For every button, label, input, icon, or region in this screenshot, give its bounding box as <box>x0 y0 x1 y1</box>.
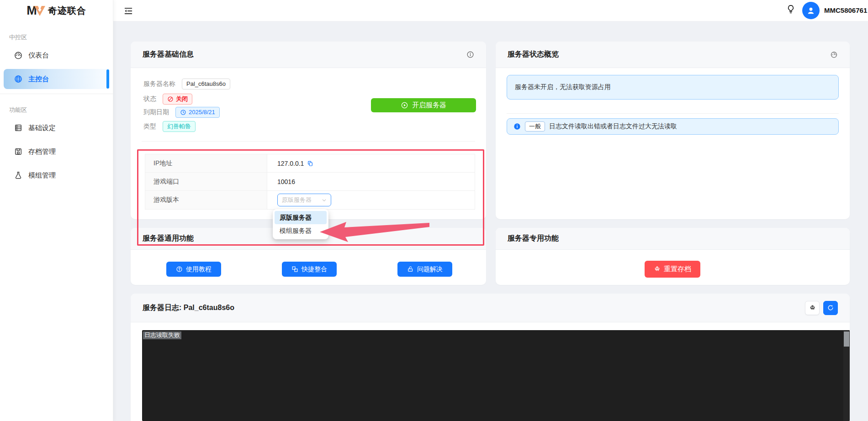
field-label: 状态 <box>143 95 156 103</box>
info-filled-icon <box>513 123 521 130</box>
logo-text: 奇迹联合 <box>48 5 86 17</box>
field-label: 到期日期 <box>143 108 169 116</box>
status-overview-card: 服务器状态概览 服务器未开启，无法获取资源占用 一般 日志文件读取出错或者日志文… <box>496 42 850 219</box>
server-log-card: 服务器日志: Pal_c6tau8s6o 日志读取失败 <box>131 294 850 421</box>
server-rack-icon <box>14 123 23 132</box>
topbar: MMC5806761 <box>113 0 868 21</box>
chevron-down-icon <box>322 198 327 203</box>
username-text: MMC5806761 <box>824 6 867 14</box>
logo-v-icon <box>34 5 46 16</box>
globe-icon <box>14 74 23 84</box>
status-row: 状态 关闭 <box>143 93 192 105</box>
sidebar-item-label: 基础设定 <box>28 124 56 132</box>
quick-integration-button[interactable]: 快捷整合 <box>282 262 337 277</box>
clock-icon <box>180 109 186 116</box>
lightbulb-icon[interactable] <box>786 4 796 14</box>
copy-icon[interactable] <box>307 160 313 167</box>
row-label: 游戏端口 <box>145 173 267 190</box>
sidebar-item-label: 主控台 <box>28 75 49 84</box>
type-row: 类型 幻兽帕鲁 <box>143 121 196 132</box>
sidebar-item-basic-settings[interactable]: 基础设定 <box>4 118 109 138</box>
table-row-ip: IP地址 127.0.0.1 <box>145 154 475 173</box>
scrollbar-thumb[interactable] <box>844 332 849 347</box>
user-avatar[interactable] <box>802 2 820 19</box>
sidebar-section-label-control: 中控区 <box>9 33 113 42</box>
dropdown-option-mod[interactable]: 模组服务器 <box>275 224 327 237</box>
divider <box>507 113 839 114</box>
server-log-card-header: 服务器日志: Pal_c6tau8s6o <box>131 294 850 322</box>
card-title: 服务器状态概览 <box>508 50 559 59</box>
server-name-tag: Pal_c6tau8s6o <box>182 79 230 89</box>
play-circle-icon <box>401 101 408 109</box>
app-logo[interactable]: M 奇迹联合 <box>0 0 113 21</box>
card-title: 服务器日志: Pal_c6tau8s6o <box>143 303 234 313</box>
refresh-icon <box>827 304 834 311</box>
row-value: 10016 <box>267 173 475 190</box>
network-info-table: IP地址 127.0.0.1 游戏端口 10016 游戏版本 原 <box>145 154 475 210</box>
floppy-save-icon <box>14 147 23 156</box>
sidebar-item-dashboard[interactable]: 仪表台 <box>4 45 109 65</box>
gauge-icon[interactable] <box>830 51 838 58</box>
table-row-version: 游戏版本 原版服务器 <box>145 191 475 209</box>
log-alert: 一般 日志文件读取出错或者日志文件过大无法读取 <box>507 118 839 135</box>
unlock-icon <box>407 266 414 273</box>
broom-clear-icon <box>809 305 816 311</box>
status-overview-card-header: 服务器状态概览 <box>496 42 850 68</box>
divider <box>142 141 475 142</box>
table-row-port: 游戏端口 10016 <box>145 173 475 191</box>
merge-cells-icon <box>291 266 298 273</box>
broom-clear-icon <box>654 266 661 273</box>
resource-alert-text: 服务器未开启，无法获取资源占用 <box>515 83 611 91</box>
sidebar-item-label: 存档管理 <box>28 147 56 156</box>
log-terminal[interactable]: 日志读取失败 <box>142 330 850 421</box>
sidebar-item-label: 模组管理 <box>28 171 56 180</box>
status-badge: 关闭 <box>163 94 192 105</box>
type-badge: 幻兽帕鲁 <box>163 121 196 132</box>
row-label: 游戏版本 <box>145 191 267 209</box>
dashboard-gauge-icon <box>14 51 23 60</box>
dropdown-option-original[interactable]: 原版服务器 <box>275 211 327 224</box>
stop-icon <box>167 96 174 102</box>
active-indicator-bar <box>106 69 109 89</box>
problem-solve-button[interactable]: 问题解决 <box>397 262 452 277</box>
sidebar-item-save-management[interactable]: 存档管理 <box>4 142 109 162</box>
card-title: 服务器基础信息 <box>143 50 194 59</box>
card-title: 服务器专用功能 <box>508 234 559 243</box>
server-name-row: 服务器名称 Pal_c6tau8s6o <box>143 78 230 90</box>
log-line: 日志读取失败 <box>143 332 181 339</box>
dedicated-functions-card: 服务器专用功能 重置存档 <box>496 228 850 285</box>
expiry-badge: 2025/8/21 <box>175 107 220 118</box>
sidebar-item-main-console[interactable]: 主控台 <box>4 69 109 89</box>
user-icon <box>806 5 816 16</box>
question-circle-icon <box>176 266 183 273</box>
clear-log-button[interactable] <box>805 301 820 315</box>
reset-save-button[interactable]: 重置存档 <box>645 261 700 278</box>
menu-fold-icon[interactable] <box>123 6 133 16</box>
resource-alert: 服务器未开启，无法获取资源占用 <box>507 75 839 100</box>
sidebar: M 奇迹联合 中控区 仪表台 主控台 功能区 基础 <box>0 0 113 421</box>
tutorial-button[interactable]: 使用教程 <box>166 262 221 277</box>
game-version-select[interactable]: 原版服务器 <box>277 194 331 206</box>
terminal-scrollbar[interactable] <box>843 330 850 421</box>
sidebar-divider <box>0 94 113 94</box>
field-label: 服务器名称 <box>143 80 175 88</box>
flask-icon <box>14 171 23 180</box>
sidebar-item-label: 仪表台 <box>28 51 49 60</box>
dedicated-functions-card-header: 服务器专用功能 <box>496 228 850 250</box>
sidebar-item-mod-management[interactable]: 模组管理 <box>4 165 109 185</box>
alert-level-tag: 一般 <box>525 121 545 132</box>
server-info-card: 服务器基础信息 服务器名称 Pal_c6tau8s6o 状态 关闭 到期日期 2… <box>131 42 486 219</box>
game-version-dropdown: 原版服务器 模组服务器 <box>273 209 328 239</box>
row-value: 原版服务器 <box>267 191 475 209</box>
server-info-card-header: 服务器基础信息 <box>131 42 486 68</box>
start-server-button[interactable]: 开启服务器 <box>371 98 476 112</box>
expiry-row: 到期日期 2025/8/21 <box>143 106 220 118</box>
row-value: 127.0.0.1 <box>267 154 475 172</box>
log-alert-text: 日志文件读取出错或者日志文件过大无法读取 <box>549 122 677 131</box>
field-label: 类型 <box>143 122 156 131</box>
card-title: 服务器通用功能 <box>143 234 194 243</box>
info-circle-icon[interactable] <box>466 51 474 58</box>
refresh-log-button[interactable] <box>823 301 838 315</box>
sidebar-section-label-functions: 功能区 <box>9 106 113 114</box>
row-label: IP地址 <box>145 154 267 172</box>
